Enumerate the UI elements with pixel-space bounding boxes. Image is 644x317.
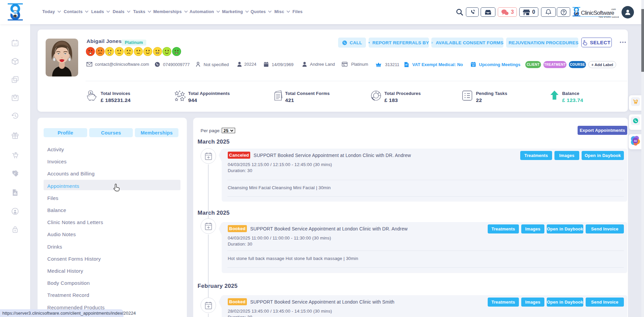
- svg-text:12: 12: [472, 64, 475, 66]
- svg-text:TEN STEPS AHEAD: TEN STEPS AHEAD: [599, 16, 619, 18]
- svg-text:12: 12: [14, 43, 17, 46]
- svg-text:AI: AI: [634, 139, 637, 143]
- svg-text:$: $: [90, 91, 91, 95]
- svg-text:ClinicSoftware: ClinicSoftware: [581, 10, 614, 16]
- svg-text:.com: .com: [611, 8, 616, 10]
